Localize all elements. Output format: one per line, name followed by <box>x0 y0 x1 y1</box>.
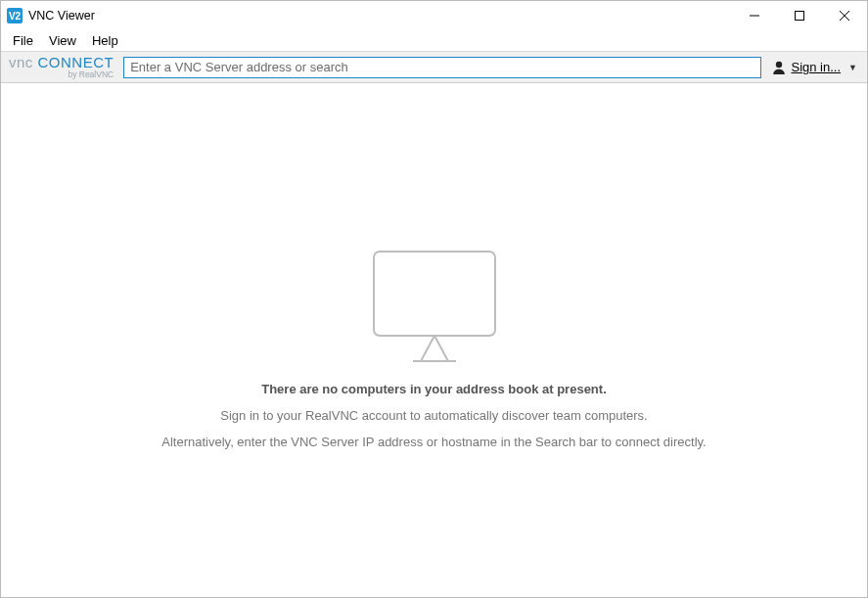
brand-byline: by RealVNC <box>68 70 114 79</box>
brand-logo: vnc connect by RealVNC <box>9 55 114 79</box>
menu-view[interactable]: View <box>41 31 84 50</box>
main-content: There are no computers in your address b… <box>1 83 867 597</box>
toolbar: vnc connect by RealVNC Sign in... ▼ <box>1 52 867 83</box>
window-title: VNC Viewer <box>28 9 95 23</box>
window-controls <box>732 1 867 30</box>
minimize-icon <box>750 11 759 21</box>
svg-line-7 <box>434 336 448 361</box>
close-icon <box>840 11 849 21</box>
brand-part2: connect <box>38 54 114 70</box>
maximize-button[interactable] <box>777 1 822 30</box>
empty-state-line2: Alternatively, enter the VNC Server IP a… <box>161 435 706 449</box>
close-button[interactable] <box>822 1 867 30</box>
svg-line-6 <box>421 336 434 361</box>
svg-rect-1 <box>796 12 804 21</box>
menu-help[interactable]: Help <box>84 31 126 50</box>
chevron-down-icon: ▼ <box>848 63 857 72</box>
app-icon: V2 <box>7 8 23 23</box>
signin-label: Sign in... <box>791 60 841 74</box>
maximize-icon <box>795 11 804 21</box>
empty-state-line1: Sign in to your RealVNC account to autom… <box>220 408 647 423</box>
minimize-button[interactable] <box>732 1 777 30</box>
empty-state-title: There are no computers in your address b… <box>261 382 607 396</box>
signin-button[interactable]: Sign in... ▼ <box>769 60 859 75</box>
menubar: File View Help <box>1 30 867 52</box>
user-icon <box>771 60 787 75</box>
titlebar: V2 VNC Viewer <box>1 1 867 30</box>
brand-part1: vnc <box>9 54 33 70</box>
search-input[interactable] <box>123 57 761 78</box>
brand-logo-text: vnc connect <box>9 55 114 69</box>
svg-rect-5 <box>374 252 495 336</box>
svg-point-4 <box>776 61 782 67</box>
menu-file[interactable]: File <box>5 31 41 50</box>
monitor-icon <box>366 248 503 368</box>
